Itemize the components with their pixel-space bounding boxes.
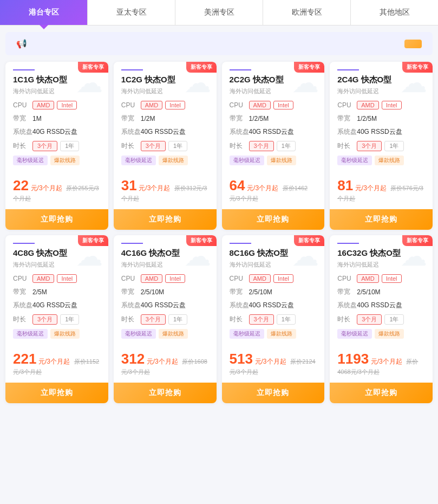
cpu-amd-btn[interactable]: AMD [141, 101, 162, 109]
buy-button[interactable]: 立即抢购 [222, 383, 325, 403]
cpu-amd-btn[interactable]: AMD [32, 274, 54, 283]
duration-row: 时长 3个月 1年 [121, 141, 209, 151]
buy-button[interactable]: 立即抢购 [5, 209, 108, 230]
duration-buttons: 3个月 1年 [141, 141, 187, 151]
disk-row: 系统盘 40G RSSD云盘 [121, 127, 209, 137]
duration-1year-btn[interactable]: 1年 [60, 314, 79, 325]
duration-3month-btn[interactable]: 3个月 [141, 314, 166, 325]
tag-latency: 毫秒级延迟 [121, 329, 156, 339]
duration-3month-btn[interactable]: 3个月 [32, 141, 57, 151]
price-unit: 元/3个月起 [31, 184, 62, 192]
cpu-intel-btn[interactable]: Intel [165, 274, 185, 283]
cpu-buttons: AMD Intel [32, 101, 77, 109]
card-title: 8C16G 快杰O型 [230, 248, 317, 259]
bandwidth-row: 带宽 2/5/10M [230, 287, 317, 296]
duration-3month-btn[interactable]: 3个月 [357, 141, 382, 151]
tag-latency: 毫秒级延迟 [13, 329, 48, 339]
price-section: 81 元/3个月起 原价576元/3个月起 [330, 174, 433, 209]
buy-button[interactable]: 立即抢购 [330, 209, 433, 230]
duration-1year-btn[interactable]: 1年 [384, 141, 403, 151]
buy-button[interactable]: 立即抢购 [5, 383, 108, 403]
cpu-amd-btn[interactable]: AMD [249, 274, 271, 283]
cpu-amd-btn[interactable]: AMD [32, 101, 54, 109]
card-header: 16C32G 快杰O型 海外访问低延迟 新客专享 ☁ [330, 235, 433, 269]
tab-其他地区[interactable]: 其他地区 [351, 0, 438, 25]
tab-美洲专区[interactable]: 美洲专区 [175, 0, 263, 25]
new-badge: 新客专享 [186, 62, 217, 73]
card-title: 1C1G 快杰O型 [13, 75, 101, 85]
new-badge: 新客专享 [294, 235, 324, 246]
product-card: 4C8G 快杰O型 海外访问低延迟 新客专享 ☁ CPU AMD Intel 带… [5, 235, 108, 403]
tab-港台专区[interactable]: 港台专区 [0, 0, 88, 25]
cpu-intel-btn[interactable]: Intel [382, 274, 402, 283]
bandwidth-label: 带宽 [13, 287, 32, 296]
bandwidth-row: 带宽 2/5/10M [337, 287, 425, 296]
price-main: 31 [121, 177, 137, 193]
cpu-intel-btn[interactable]: Intel [382, 101, 402, 109]
tab-亚太专区[interactable]: 亚太专区 [88, 0, 175, 25]
bandwidth-label: 带宽 [337, 287, 357, 296]
tag-route: 爆款线路 [267, 329, 296, 339]
disk-value: 40G RSSD云盘 [32, 127, 77, 137]
duration-row: 时长 3个月 1年 [13, 141, 101, 151]
duration-3month-btn[interactable]: 3个月 [249, 141, 274, 151]
duration-1year-btn[interactable]: 1年 [168, 141, 187, 151]
new-badge: 新客专享 [294, 62, 324, 73]
feature-tags: 毫秒级延迟 爆款线路 [13, 156, 101, 165]
duration-3month-btn[interactable]: 3个月 [249, 314, 274, 325]
duration-1year-btn[interactable]: 1年 [384, 314, 403, 325]
tab-欧洲专区[interactable]: 欧洲专区 [263, 0, 351, 25]
cpu-label: CPU [13, 275, 32, 282]
disk-row: 系统盘 40G RSSD云盘 [13, 127, 101, 137]
buy-button[interactable]: 立即抢购 [330, 383, 433, 403]
cpu-label: CPU [337, 101, 357, 109]
cpu-buttons: AMD Intel [141, 274, 185, 283]
duration-1year-btn[interactable]: 1年 [168, 314, 187, 325]
duration-label: 时长 [121, 141, 141, 151]
feature-tags: 毫秒级延迟 爆款线路 [121, 329, 209, 339]
card-subtitle: 海外访问低延迟 [13, 261, 101, 269]
cpu-intel-btn[interactable]: Intel [57, 101, 77, 109]
bandwidth-value: 1/2M [141, 115, 155, 122]
duration-3month-btn[interactable]: 3个月 [357, 314, 382, 325]
duration-1year-btn[interactable]: 1年 [277, 141, 296, 151]
card-title: 1C2G 快杰O型 [121, 75, 209, 85]
divider [230, 69, 251, 70]
disk-row: 系统盘 40G RSSD云盘 [230, 301, 317, 310]
cpu-amd-btn[interactable]: AMD [357, 101, 378, 109]
disk-label: 系统盘 [337, 301, 357, 310]
buy-button[interactable]: 立即抢购 [114, 209, 217, 230]
disk-label: 系统盘 [337, 127, 357, 137]
price-main: 312 [121, 351, 145, 367]
disk-label: 系统盘 [13, 301, 32, 310]
duration-1year-btn[interactable]: 1年 [60, 141, 79, 151]
disk-label: 系统盘 [230, 127, 249, 137]
card-subtitle: 海外访问低延迟 [13, 87, 101, 95]
buy-button[interactable]: 立即抢购 [114, 383, 217, 403]
disk-value: 40G RSSD云盘 [141, 127, 186, 137]
duration-3month-btn[interactable]: 3个月 [141, 141, 166, 151]
cpu-amd-btn[interactable]: AMD [141, 274, 162, 283]
duration-3month-btn[interactable]: 3个月 [32, 314, 57, 325]
cpu-intel-btn[interactable]: Intel [165, 101, 185, 109]
disk-row: 系统盘 40G RSSD云盘 [337, 127, 425, 137]
cpu-amd-btn[interactable]: AMD [249, 101, 271, 109]
bandwidth-value: 2/5/10M [249, 288, 272, 296]
card-title: 2C2G 快杰O型 [230, 75, 317, 85]
price-section: 31 元/3个月起 原价312元/3个月起 [114, 174, 217, 209]
card-header: 2C4G 快杰O型 海外访问低延迟 新客专享 ☁ [330, 62, 433, 95]
card-body: CPU AMD Intel 带宽 2/5M 系统盘 40G RSSD云盘 时长 [5, 269, 108, 347]
notice-buy-button[interactable] [404, 40, 422, 48]
duration-1year-btn[interactable]: 1年 [277, 314, 296, 325]
cpu-amd-btn[interactable]: AMD [357, 274, 378, 283]
price-unit: 元/3个月起 [147, 358, 178, 365]
cpu-label: CPU [230, 101, 249, 109]
cpu-intel-btn[interactable]: Intel [273, 274, 293, 283]
disk-label: 系统盘 [13, 127, 32, 137]
duration-row: 时长 3个月 1年 [337, 314, 425, 325]
cpu-intel-btn[interactable]: Intel [273, 101, 293, 109]
cpu-intel-btn[interactable]: Intel [57, 274, 77, 283]
duration-label: 时长 [13, 315, 32, 324]
buy-button[interactable]: 立即抢购 [222, 209, 325, 230]
divider [13, 69, 35, 70]
